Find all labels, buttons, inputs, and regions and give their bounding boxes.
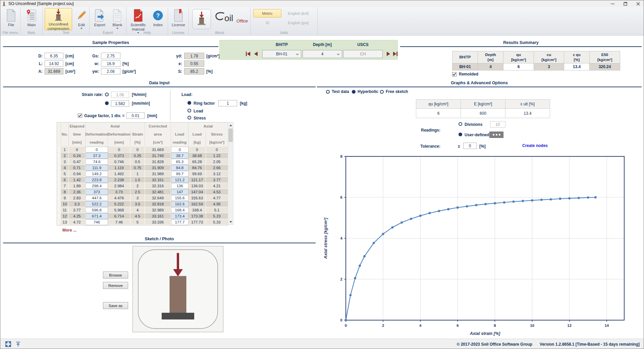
editable-cell[interactable]: 65.3 xyxy=(171,159,189,165)
first-record-button[interactable] xyxy=(246,52,250,56)
user-defined-readings-button[interactable] xyxy=(489,132,503,138)
unit-si-button[interactable]: SI xyxy=(253,18,281,27)
main-button[interactable]: Main xyxy=(24,8,39,27)
graph-mode-free-sketch[interactable]: Free sketch xyxy=(380,89,408,94)
editable-cell[interactable]: 298.4 xyxy=(86,183,108,189)
editable-cell[interactable]: 162.6 xyxy=(171,201,189,207)
blank-button[interactable]: Blank xyxy=(110,8,124,29)
expand-icon[interactable] xyxy=(5,341,11,347)
editable-cell[interactable]: 38.7 xyxy=(171,153,189,159)
editable-cell[interactable]: 149.2 xyxy=(86,171,108,177)
row-selector[interactable] xyxy=(57,201,61,207)
row-selector[interactable] xyxy=(57,147,61,153)
ring-factor-input[interactable] xyxy=(218,100,237,106)
export-button[interactable]: Export xyxy=(92,8,108,27)
property-input[interactable] xyxy=(45,60,63,67)
depth-select[interactable]: 4 xyxy=(303,50,342,58)
editable-cell[interactable]: 522.2 xyxy=(86,201,108,207)
remolded-checkbox[interactable] xyxy=(452,72,457,77)
remove-button[interactable]: Remove xyxy=(103,282,128,289)
editable-cell[interactable]: 177.7 xyxy=(171,219,189,225)
property-input[interactable] xyxy=(45,53,63,59)
collapse-top-icon[interactable] xyxy=(15,341,21,347)
edit-button[interactable]: Edit xyxy=(75,8,88,29)
scroll-down-icon[interactable] xyxy=(228,219,233,225)
close-button[interactable] xyxy=(632,0,644,7)
editable-cell[interactable]: 0 xyxy=(86,147,108,153)
property-input[interactable] xyxy=(101,68,120,74)
editable-cell[interactable]: 84.8 xyxy=(171,165,189,171)
last-record-button[interactable] xyxy=(393,52,397,56)
license-button[interactable]: License xyxy=(170,8,186,27)
free-sketch-radio[interactable] xyxy=(380,90,384,94)
editable-cell[interactable]: 99.7 xyxy=(171,171,189,177)
row-selector[interactable] xyxy=(57,207,61,213)
gauge-factor-checkbox[interactable] xyxy=(78,113,82,118)
strain-rate-mm-input[interactable] xyxy=(111,100,129,107)
scientific-manual-button[interactable]: Scientific manual xyxy=(128,8,149,34)
browse-button[interactable]: Browse xyxy=(103,271,128,279)
gauge-factor-input[interactable] xyxy=(126,112,145,119)
editable-cell[interactable]: 168.4 xyxy=(171,207,189,213)
create-nodes-link[interactable]: Create nodes xyxy=(522,143,548,148)
about-button[interactable] xyxy=(192,9,211,29)
editable-cell[interactable]: 173.4 xyxy=(171,213,189,219)
bhtp-select[interactable]: BH-01 xyxy=(262,50,301,58)
row-selector[interactable] xyxy=(57,153,61,159)
row-selector[interactable] xyxy=(57,219,61,225)
user-defined-radio[interactable] xyxy=(459,133,462,136)
editable-cell[interactable]: 111.9 xyxy=(86,165,108,171)
editable-cell[interactable]: 447.6 xyxy=(86,195,108,201)
index-button[interactable]: ? Index xyxy=(151,8,165,27)
editable-cell[interactable]: 223.8 xyxy=(86,177,108,183)
minimize-button[interactable] xyxy=(606,0,619,7)
editable-cell[interactable]: 37.3 xyxy=(86,153,108,159)
editable-cell[interactable]: 746 xyxy=(86,219,108,225)
ring-factor-radio[interactable] xyxy=(187,101,191,105)
table-scrollbar[interactable] xyxy=(228,122,233,225)
results-cell[interactable]: 13.4 xyxy=(564,63,590,70)
results-cell[interactable]: 6 xyxy=(503,63,534,70)
param-value-cell[interactable]: 13.4 xyxy=(505,109,550,118)
editable-cell[interactable]: 155.6 xyxy=(171,195,189,201)
param-value-cell[interactable]: 600 xyxy=(461,109,505,118)
graph-mode-test-data[interactable]: Test data xyxy=(326,89,349,94)
editable-cell[interactable]: 671.4 xyxy=(86,213,108,219)
row-selector[interactable] xyxy=(57,189,61,195)
unit-english-ksf-button[interactable]: English [ksf] xyxy=(284,9,312,17)
stress-radio[interactable] xyxy=(187,116,191,119)
load-radio[interactable] xyxy=(187,109,191,112)
hyperbolic-radio[interactable] xyxy=(352,90,356,94)
row-selector[interactable] xyxy=(57,159,61,165)
row-selector[interactable] xyxy=(57,183,61,189)
editable-cell[interactable]: 0 xyxy=(171,147,189,153)
editable-cell[interactable]: 147 xyxy=(171,189,189,195)
property-input[interactable] xyxy=(101,60,120,67)
editable-cell[interactable]: 74.6 xyxy=(86,159,108,165)
next-record-button[interactable] xyxy=(387,52,390,56)
scroll-up-icon[interactable] xyxy=(228,122,233,128)
unit-metric-button[interactable]: Metric xyxy=(253,9,281,17)
divisions-radio[interactable] xyxy=(459,122,462,126)
maximize-button[interactable] xyxy=(619,0,632,7)
row-selector[interactable] xyxy=(57,165,61,171)
property-input[interactable] xyxy=(101,53,120,59)
file-button[interactable]: File xyxy=(4,8,18,27)
row-selector[interactable] xyxy=(57,171,61,177)
strain-rate-mm-radio[interactable] xyxy=(105,101,109,105)
save-as-button[interactable]: Save as xyxy=(103,302,128,309)
row-selector[interactable] xyxy=(57,213,61,219)
editable-cell[interactable]: 136 xyxy=(171,183,189,189)
row-selector[interactable] xyxy=(57,177,61,183)
graph-mode-hyperbolic[interactable]: Hyperbolic xyxy=(352,89,378,94)
test-data-radio[interactable] xyxy=(326,90,330,94)
editable-cell[interactable]: 596.8 xyxy=(86,207,108,213)
param-value-cell[interactable]: 6 xyxy=(416,109,461,118)
editable-cell[interactable]: 373 xyxy=(86,189,108,195)
more-link[interactable]: More ... xyxy=(62,228,76,233)
strain-rate-pct-radio[interactable] xyxy=(105,93,109,96)
editable-cell[interactable]: 121.2 xyxy=(171,177,189,183)
unconfined-compression-button[interactable]: Unconfined compression xyxy=(45,8,72,30)
previous-record-button[interactable] xyxy=(254,52,258,56)
unit-english-psi-button[interactable]: English [psi] xyxy=(284,18,312,27)
